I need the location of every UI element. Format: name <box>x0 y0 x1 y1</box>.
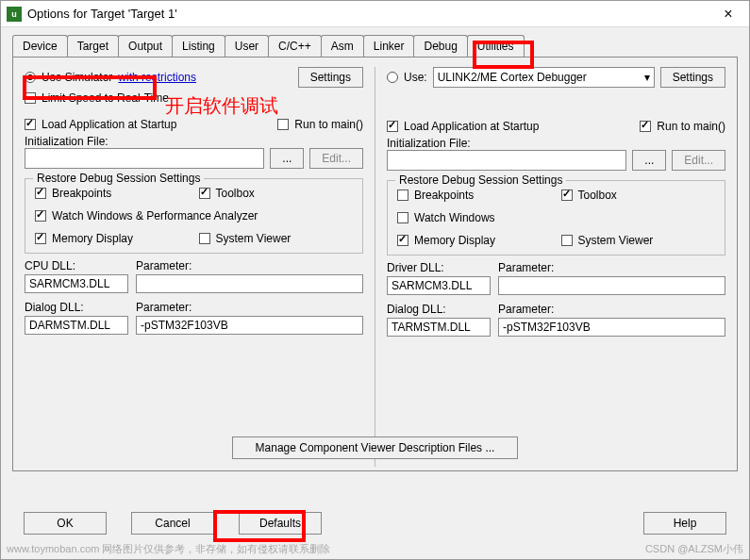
cpu-dll-label: CPU DLL: <box>25 259 128 272</box>
hw-run-main-checkbox[interactable] <box>640 121 651 132</box>
tab-device[interactable]: Device <box>12 35 68 57</box>
sim-watch-label: Watch Windows & Performance Analyzer <box>52 209 258 222</box>
app-icon: u <box>7 7 22 22</box>
titlebar: u Options for Target 'Target 1' × <box>1 1 749 27</box>
sim-init-file-label: Initialization File: <box>25 135 363 148</box>
sim-sysview-label: System Viewer <box>216 232 292 245</box>
hw-breakpoints-checkbox[interactable] <box>397 189 408 201</box>
sim-toolbox-checkbox[interactable] <box>199 188 210 199</box>
cpu-dll-input[interactable]: SARMCM3.DLL <box>25 274 128 293</box>
with-restrictions-link[interactable]: with restrictions <box>118 71 196 84</box>
column-divider <box>375 67 375 467</box>
hw-toolbox-checkbox[interactable] <box>561 189 573 201</box>
debugger-selected: ULINK2/ME Cortex Debugger <box>438 71 587 84</box>
use-simulator-label: Use Simulator <box>42 71 112 84</box>
sim-restore-title: Restore Debug Session Settings <box>33 172 204 185</box>
hw-load-app-checkbox[interactable] <box>387 121 398 132</box>
sim-breakpoints-label: Breakpoints <box>52 187 111 200</box>
limit-speed-checkbox[interactable] <box>25 92 36 104</box>
sim-sysview-checkbox[interactable] <box>199 233 210 244</box>
sim-memory-checkbox[interactable] <box>35 233 46 244</box>
debugger-select[interactable]: ULINK2/ME Cortex Debugger <box>433 67 655 88</box>
hw-dialog-param-label: Parameter: <box>498 303 725 316</box>
use-simulator-radio[interactable] <box>25 72 36 83</box>
hw-load-app-label: Load Application at Startup <box>404 120 539 133</box>
tab-target[interactable]: Target <box>67 35 119 57</box>
options-dialog: u Options for Target 'Target 1' × Device… <box>0 0 750 560</box>
limit-speed-label: Limit Speed to Real-Time <box>42 91 169 105</box>
tab-strip: Device Target Output Listing User C/C++ … <box>1 27 749 57</box>
use-hardware-radio[interactable] <box>387 72 398 83</box>
debug-tab-content: Use Simulator with restrictions Settings… <box>12 57 738 471</box>
watermark-left: www.toymoban.com 网络图片仅供参考，非存储，如有侵权请联系删除 <box>7 542 330 556</box>
ok-button[interactable]: OK <box>24 512 107 535</box>
sim-dialog-param-input[interactable]: -pSTM32F103VB <box>136 316 363 335</box>
cancel-button[interactable]: Cancel <box>131 512 214 535</box>
hw-sysview-label: System Viewer <box>578 234 654 247</box>
sim-toolbox-label: Toolbox <box>216 187 255 200</box>
hw-memory-checkbox[interactable] <box>397 235 408 246</box>
hw-browse-button[interactable]: ... <box>632 150 666 171</box>
hw-sysview-checkbox[interactable] <box>561 235 573 246</box>
sim-run-main-checkbox[interactable] <box>277 119 289 130</box>
sim-breakpoints-checkbox[interactable] <box>35 188 46 199</box>
close-icon[interactable]: × <box>713 6 743 23</box>
hw-memory-label: Memory Display <box>414 234 495 247</box>
simulator-column: Use Simulator with restrictions Settings… <box>25 67 363 467</box>
sim-memory-label: Memory Display <box>52 232 133 245</box>
hw-restore-group: Restore Debug Session Settings Breakpoin… <box>387 180 725 255</box>
tab-asm[interactable]: Asm <box>321 35 364 57</box>
driver-dll-input[interactable]: SARMCM3.DLL <box>387 276 491 295</box>
sim-dialog-dll-label: Dialog DLL: <box>25 301 128 314</box>
hw-dialog-dll-label: Dialog DLL: <box>387 303 491 316</box>
sim-settings-button[interactable]: Settings <box>298 67 363 88</box>
hw-restore-title: Restore Debug Session Settings <box>395 173 566 187</box>
help-button[interactable]: Help <box>643 512 726 535</box>
hw-edit-button[interactable]: Edit... <box>672 150 725 171</box>
use-label: Use: <box>404 71 427 84</box>
tab-listing[interactable]: Listing <box>172 35 225 57</box>
driver-param-input[interactable] <box>498 276 725 295</box>
hw-dialog-dll-input[interactable]: TARMSTM.DLL <box>387 318 491 337</box>
sim-load-app-checkbox[interactable] <box>25 119 36 130</box>
sim-watch-checkbox[interactable] <box>35 210 46 222</box>
watermark-right: CSDN @ALZSM小伟 <box>645 542 743 556</box>
tab-user[interactable]: User <box>225 35 269 57</box>
manage-component-button[interactable]: Manage Component Viewer Description File… <box>232 436 519 459</box>
driver-dll-label: Driver DLL: <box>387 261 491 274</box>
tab-output[interactable]: Output <box>118 35 173 57</box>
hw-init-file-label: Initialization File: <box>387 137 725 150</box>
tab-linker[interactable]: Linker <box>363 35 415 57</box>
hw-watch-checkbox[interactable] <box>397 212 408 223</box>
sim-init-file-input[interactable] <box>25 148 264 169</box>
sim-dialog-dll-input[interactable]: DARMSTM.DLL <box>25 316 128 335</box>
hw-toolbox-label: Toolbox <box>578 189 617 202</box>
hw-settings-button[interactable]: Settings <box>660 67 725 88</box>
sim-edit-button[interactable]: Edit... <box>309 148 363 169</box>
tab-cpp[interactable]: C/C++ <box>268 35 322 57</box>
sim-load-app-label: Load Application at Startup <box>42 118 176 131</box>
dialog-buttons: OK Cancel Defaults Help <box>1 512 749 535</box>
hw-watch-label: Watch Windows <box>414 211 495 224</box>
cpu-param-input[interactable] <box>136 274 363 293</box>
driver-param-label: Parameter: <box>498 261 725 274</box>
hardware-column: Use: ULINK2/ME Cortex Debugger Settings … <box>387 67 725 467</box>
tab-debug[interactable]: Debug <box>413 35 467 57</box>
sim-browse-button[interactable]: ... <box>270 148 304 169</box>
window-title: Options for Target 'Target 1' <box>27 7 713 21</box>
hw-breakpoints-label: Breakpoints <box>414 189 474 202</box>
cpu-param-label: Parameter: <box>136 259 363 272</box>
hw-dialog-param-input[interactable]: -pSTM32F103VB <box>498 318 725 337</box>
hw-init-file-input[interactable] <box>387 150 626 171</box>
sim-run-main-label: Run to main() <box>294 118 363 131</box>
sim-dialog-param-label: Parameter: <box>136 301 363 314</box>
hw-run-main-label: Run to main() <box>657 120 725 133</box>
sim-restore-group: Restore Debug Session Settings Breakpoin… <box>25 178 363 254</box>
tab-utilities[interactable]: Utilities <box>467 35 525 57</box>
defaults-button[interactable]: Defaults <box>239 512 322 535</box>
